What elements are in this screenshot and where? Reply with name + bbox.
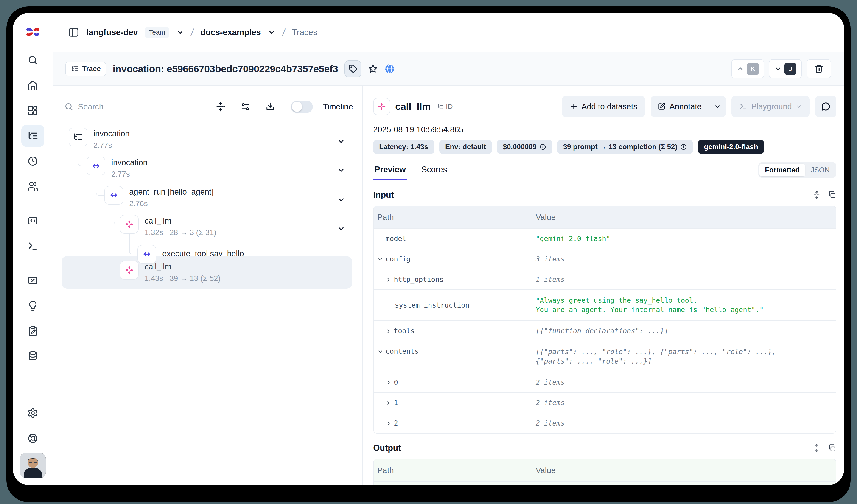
output-section-header: Output bbox=[373, 443, 836, 453]
table-row: config 3 items bbox=[374, 249, 836, 269]
chevron-right-icon[interactable] bbox=[386, 420, 391, 426]
trash-icon bbox=[814, 64, 823, 73]
rail-prompts-icon[interactable] bbox=[21, 210, 44, 232]
path-cell: 2 bbox=[374, 413, 536, 433]
tree-row-generation[interactable]: call_llm 1.32s28 → 3 (Σ 31) bbox=[62, 215, 353, 237]
tab-scores[interactable]: Scores bbox=[420, 165, 449, 180]
rail-playground-icon[interactable] bbox=[21, 235, 44, 257]
next-trace-button[interactable]: J bbox=[769, 59, 802, 79]
path-cell: http_options bbox=[374, 269, 536, 289]
expand-section-button[interactable] bbox=[812, 444, 821, 452]
path-cell: tools bbox=[374, 321, 536, 341]
span-icon bbox=[86, 156, 105, 175]
tree-row-span[interactable]: agent_run [hello_agent] 2.76s bbox=[62, 186, 353, 208]
copy-icon bbox=[437, 103, 444, 110]
value-cell: 2 items bbox=[536, 372, 836, 392]
rail-settings-icon[interactable] bbox=[21, 402, 44, 424]
cost-badge[interactable]: $0.000009 bbox=[497, 140, 552, 154]
add-to-datasets-button[interactable]: Add to datasets bbox=[562, 96, 645, 117]
generation-icon bbox=[120, 215, 139, 234]
org-plan-badge: Team bbox=[145, 27, 169, 38]
public-share-button[interactable] bbox=[384, 64, 395, 74]
rail-tracing-icon[interactable] bbox=[21, 125, 44, 147]
generation-icon bbox=[373, 98, 390, 115]
chevron-right-icon[interactable] bbox=[386, 400, 391, 406]
rail-dashboard-icon[interactable] bbox=[21, 100, 44, 122]
tree-row-trace[interactable]: invocation 2.77s bbox=[62, 128, 353, 150]
timeline-toggle[interactable] bbox=[291, 101, 313, 113]
rail-judge-icon[interactable] bbox=[21, 320, 44, 342]
expand-section-button[interactable] bbox=[812, 190, 821, 199]
prev-trace-button[interactable]: K bbox=[731, 59, 764, 79]
chevron-right-icon[interactable] bbox=[386, 277, 391, 283]
download-icon bbox=[265, 102, 275, 112]
model-badge[interactable]: gemini-2.0-flash bbox=[698, 140, 764, 154]
trace-header-bar: Trace invocation: e59666703bedc7090229c4… bbox=[53, 52, 844, 86]
rail-sessions-icon[interactable] bbox=[21, 150, 44, 172]
content-area: Timeline invocation 2.77s bbox=[53, 86, 844, 485]
trace-type-chip: Trace bbox=[65, 62, 106, 76]
rail-support-icon[interactable] bbox=[21, 427, 44, 449]
value-cell: [{"function_declarations": ...}] bbox=[536, 321, 836, 341]
trace-tree-icon bbox=[71, 65, 79, 73]
rail-evaluators-icon[interactable] bbox=[21, 269, 44, 291]
bookmark-star-button[interactable] bbox=[368, 64, 378, 74]
breadcrumb-project[interactable]: docs-examples bbox=[200, 28, 261, 37]
tags-button[interactable] bbox=[345, 60, 362, 77]
user-avatar[interactable] bbox=[20, 453, 46, 478]
tree-settings-button[interactable] bbox=[240, 102, 250, 112]
row-collapse-chevron[interactable] bbox=[337, 224, 345, 233]
next-key-badge: J bbox=[785, 63, 796, 75]
nav-rail bbox=[13, 13, 53, 485]
main-column: langfuse-dev Team / docs-examples / Trac… bbox=[53, 13, 844, 485]
project-chevron-down-icon[interactable] bbox=[268, 29, 276, 36]
row-collapse-chevron[interactable] bbox=[337, 196, 345, 204]
tree-row-generation-selected[interactable]: call_llm 1.43s39 → 13 (Σ 52) bbox=[62, 256, 352, 289]
rail-users-icon[interactable] bbox=[21, 175, 44, 197]
playground-button[interactable]: Playground bbox=[732, 96, 810, 117]
org-chevron-down-icon[interactable] bbox=[176, 29, 184, 36]
format-formatted[interactable]: Formatted bbox=[759, 164, 805, 177]
annotate-button[interactable]: Annotate bbox=[651, 96, 708, 117]
copy-output-button[interactable] bbox=[828, 444, 836, 452]
globe-icon bbox=[384, 64, 395, 74]
path-cell: 0 bbox=[374, 372, 536, 392]
tab-preview[interactable]: Preview bbox=[373, 165, 407, 180]
breadcrumb-section[interactable]: Traces bbox=[292, 28, 317, 37]
chevron-down-icon[interactable] bbox=[377, 349, 383, 355]
format-json[interactable]: JSON bbox=[805, 164, 835, 177]
chevron-right-icon[interactable] bbox=[386, 328, 391, 334]
download-button[interactable] bbox=[265, 102, 275, 112]
tree-search-input[interactable] bbox=[78, 102, 177, 111]
output-json-table: Path Value content 2 items bbox=[373, 459, 836, 485]
copy-input-button[interactable] bbox=[828, 190, 836, 199]
chevron-down-icon bbox=[714, 103, 721, 110]
comments-button[interactable] bbox=[815, 96, 836, 117]
breadcrumb-org[interactable]: langfuse-dev bbox=[86, 28, 138, 37]
trace-icon bbox=[69, 128, 87, 147]
table-row: 2 2 items bbox=[374, 413, 836, 433]
value-cell: "gemini-2.0-flash" bbox=[536, 229, 836, 249]
span-icon bbox=[104, 186, 123, 205]
delete-trace-button[interactable] bbox=[807, 59, 831, 79]
rail-datasets-icon[interactable] bbox=[21, 345, 44, 367]
path-cell: config bbox=[374, 249, 536, 269]
observation-timestamp: 2025-08-19 10:59:54.865 bbox=[373, 125, 836, 134]
fold-vertical-icon bbox=[216, 102, 225, 112]
table-row: system_instruction "Always greet using t… bbox=[374, 289, 836, 320]
table-row: content 2 items bbox=[374, 481, 836, 485]
copy-id-button[interactable]: ID bbox=[437, 103, 453, 111]
row-collapse-chevron[interactable] bbox=[337, 166, 345, 174]
rail-search-icon[interactable] bbox=[21, 49, 44, 71]
sidebar-toggle-icon[interactable] bbox=[68, 27, 80, 38]
rail-annotations-icon[interactable] bbox=[21, 295, 44, 317]
chevron-down-icon[interactable] bbox=[377, 256, 383, 262]
annotate-dropdown-chevron[interactable] bbox=[709, 96, 726, 117]
tree-row-span[interactable]: invocation 2.77s bbox=[62, 156, 353, 179]
detail-header: call_llm ID Add to datasets Annotate bbox=[373, 96, 836, 117]
tokens-badge[interactable]: 39 prompt → 13 completion (Σ 52) bbox=[557, 140, 693, 154]
collapse-all-button[interactable] bbox=[216, 102, 225, 112]
row-collapse-chevron[interactable] bbox=[337, 137, 345, 146]
chevron-right-icon[interactable] bbox=[386, 380, 391, 386]
rail-home-icon[interactable] bbox=[21, 74, 44, 96]
